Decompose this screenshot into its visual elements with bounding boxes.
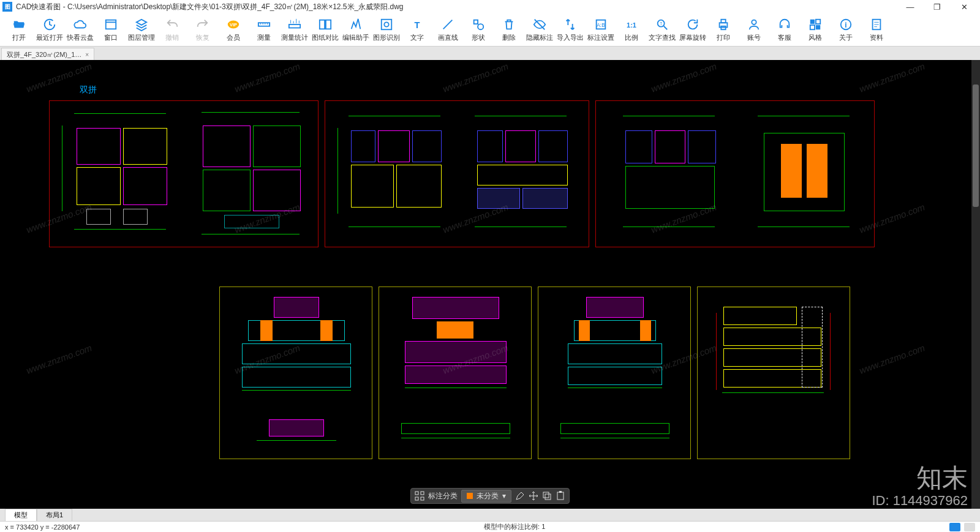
file-tab[interactable]: 双拼_4F_320㎡(2M)_1… ×: [1, 48, 94, 60]
watermark: www.znzmo.com: [649, 61, 718, 94]
shape-button[interactable]: 形状: [463, 14, 494, 46]
hide-ann-button[interactable]: 隐藏标注: [524, 14, 555, 46]
support-button[interactable]: 客服: [769, 14, 800, 46]
undo-icon: [165, 18, 179, 31]
redo-icon: [196, 18, 209, 31]
file-tab-strip: 双拼_4F_320㎡(2M)_1… ×: [0, 47, 980, 60]
side-elevation-2: [562, 297, 668, 395]
line-button[interactable]: 画直线: [432, 14, 463, 46]
watermark: www.znzmo.com: [858, 342, 926, 375]
svg-rect-35: [415, 492, 418, 495]
floor-plan-1b: [190, 112, 313, 234]
layer-label: 图层管理: [128, 33, 155, 42]
compare-icon: [318, 18, 332, 31]
svg-rect-38: [421, 497, 424, 500]
open-button[interactable]: 打开: [4, 14, 34, 46]
redo-button: 恢复: [187, 14, 218, 46]
material-button[interactable]: 资料: [861, 14, 892, 46]
svg-point-24: [752, 20, 756, 24]
cloud-button[interactable]: 快看云盘: [65, 14, 96, 46]
vip-label: 会员: [227, 33, 240, 42]
status-bar: x = 733420 y = -2280647 模型中的标注比例: 1: [0, 521, 980, 532]
side-elevation-2-low: [560, 421, 669, 443]
recent-label: 最近打开: [36, 33, 63, 42]
window-button[interactable]: 窗口: [96, 14, 126, 46]
folder-open-icon: [12, 18, 26, 31]
compare-button[interactable]: 图纸对比: [310, 14, 341, 46]
paste-icon[interactable]: [556, 491, 565, 501]
elevation-sheet-3: [538, 287, 691, 459]
hide-ann-label: 隐藏标注: [526, 33, 553, 42]
support-label: 客服: [778, 33, 791, 42]
ann-settings-button[interactable]: A:B标注设置: [586, 14, 616, 46]
front-elevation: [236, 297, 357, 395]
edit-icon[interactable]: [515, 491, 525, 501]
sheet-frame-2: [325, 100, 589, 247]
shape-icon: [472, 18, 485, 31]
svg-rect-42: [559, 491, 562, 493]
delete-label: 删除: [502, 33, 516, 42]
print-button[interactable]: 打印: [708, 14, 739, 46]
measure-button[interactable]: 测量: [249, 14, 279, 46]
about-button[interactable]: i关于: [831, 14, 861, 46]
layer-button[interactable]: 图层管理: [126, 14, 157, 46]
status-indicator-1[interactable]: [949, 523, 960, 531]
maximize-button[interactable]: ❐: [924, 0, 951, 13]
svg-line-11: [443, 20, 453, 29]
app-name: CAD快速看图: [16, 2, 61, 11]
svg-rect-6: [320, 20, 325, 29]
rotate-button[interactable]: 屏幕旋转: [677, 14, 708, 46]
style-button[interactable]: 风格: [800, 14, 831, 46]
hide-icon: [533, 18, 546, 31]
import-export-button[interactable]: 导入导出: [555, 14, 586, 46]
annotation-class-label: 标注分类: [428, 491, 458, 501]
ocr-icon: [380, 18, 393, 31]
minimize-button[interactable]: —: [897, 0, 924, 13]
recent-button[interactable]: 最近打开: [34, 14, 65, 46]
assist-label: 编辑助手: [342, 33, 369, 42]
material-icon: [870, 18, 883, 31]
layout-tab-model[interactable]: 模型: [5, 509, 37, 521]
scale-button[interactable]: 1:1比例: [616, 14, 647, 46]
scrollbar-thumb[interactable]: [973, 84, 979, 207]
svg-line-19: [664, 26, 668, 29]
status-scale-text: 模型中的标注比例: 1: [80, 522, 949, 531]
drawing-canvas[interactable]: 双拼: [0, 60, 980, 509]
assist-button[interactable]: 编辑助手: [341, 14, 371, 46]
layout-tab-strip: 模型 布局1: [0, 509, 980, 521]
svg-text:1:1: 1:1: [627, 21, 636, 28]
svg-text:T: T: [660, 21, 662, 25]
file-tab-close-icon[interactable]: ×: [85, 51, 89, 58]
layers-icon: [135, 18, 148, 31]
annotation-class-select[interactable]: 未分类 ▾: [461, 490, 511, 503]
move-icon[interactable]: [529, 491, 538, 501]
copy-icon[interactable]: [542, 491, 552, 501]
floor-plan-2: [337, 116, 454, 232]
style-label: 风格: [809, 33, 822, 42]
layout-tab-layout1[interactable]: 布局1: [37, 509, 72, 521]
status-indicator-2[interactable]: [964, 523, 975, 531]
measure-stats-button[interactable]: 测量统计: [279, 14, 310, 46]
find-text-button[interactable]: T文字查找: [647, 14, 677, 46]
text-button[interactable]: T文字: [402, 14, 432, 46]
ocr-button[interactable]: 图形识别: [371, 14, 402, 46]
print-icon: [717, 18, 730, 31]
vip-button[interactable]: VIP会员: [218, 14, 249, 46]
svg-text:i: i: [845, 20, 846, 29]
account-button[interactable]: 账号: [739, 14, 769, 46]
grid-icon[interactable]: [415, 491, 424, 501]
delete-button[interactable]: 删除: [494, 14, 524, 46]
search-text-icon: T: [655, 18, 669, 31]
svg-rect-27: [810, 24, 815, 29]
svg-rect-12: [474, 20, 478, 23]
undo-label: 撤销: [165, 33, 179, 42]
find-text-label: 文字查找: [649, 33, 676, 42]
vertical-scrollbar[interactable]: [971, 60, 980, 509]
toolbar: 打开最近打开快看云盘窗口图层管理撤销恢复VIP会员测量测量统计图纸对比编辑助手图…: [0, 13, 980, 47]
rotate-icon: [686, 18, 699, 31]
file-path: C:\Users\Administrator\Desktop\新建文件夹\01-…: [67, 2, 404, 11]
close-button[interactable]: ✕: [951, 0, 978, 13]
about-label: 关于: [839, 33, 853, 42]
ann-settings-icon: A:B: [594, 18, 608, 31]
about-icon: i: [839, 18, 853, 31]
